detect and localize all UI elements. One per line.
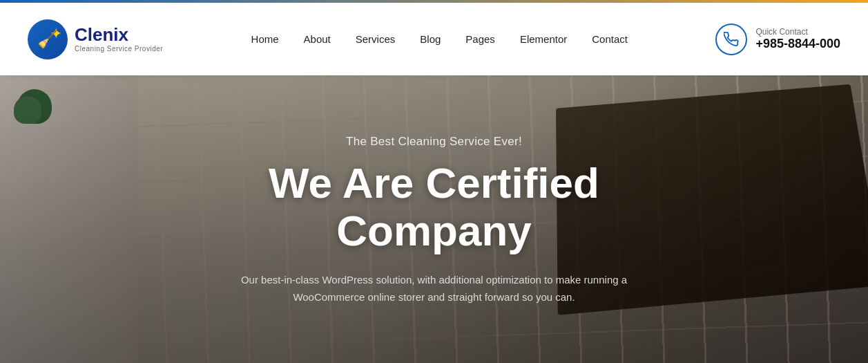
- logo-tagline: Cleaning Service Provider: [75, 45, 163, 53]
- logo-name: Clenix: [75, 26, 163, 44]
- hero-subtitle: The Best Cleaning Service Ever!: [179, 135, 690, 149]
- site-header: 🧹 Clenix Cleaning Service Provider Home …: [0, 3, 868, 75]
- nav-item-elementor[interactable]: Elementor: [520, 33, 567, 45]
- logo-icon: 🧹: [28, 19, 68, 59]
- nav-item-home[interactable]: Home: [251, 33, 279, 45]
- hero-description: Our best-in-class WordPress solution, wi…: [220, 271, 648, 306]
- nav-item-contact[interactable]: Contact: [592, 33, 628, 45]
- hero-section: The Best Cleaning Service Ever! We Are C…: [0, 75, 868, 363]
- nav-item-about[interactable]: About: [304, 33, 331, 45]
- logo-text-block: Clenix Cleaning Service Provider: [75, 26, 163, 53]
- contact-info-block: Quick Contact +985-8844-000: [755, 27, 840, 51]
- nav-item-blog[interactable]: Blog: [420, 33, 441, 45]
- nav-item-pages[interactable]: Pages: [465, 33, 495, 45]
- contact-label: Quick Contact: [755, 27, 840, 37]
- contact-phone: +985-8844-000: [755, 37, 840, 51]
- nav-item-services[interactable]: Services: [356, 33, 396, 45]
- phone-icon: [715, 24, 747, 55]
- hero-title: We Are Certified Company: [179, 160, 690, 254]
- hero-description-line2: WooCommerce online storer and straight f…: [293, 291, 575, 303]
- quick-contact-block: Quick Contact +985-8844-000: [715, 24, 840, 55]
- logo-link[interactable]: 🧹 Clenix Cleaning Service Provider: [28, 19, 163, 59]
- hero-content: The Best Cleaning Service Ever! We Are C…: [165, 135, 704, 306]
- hero-description-line1: Our best-in-class WordPress solution, wi…: [241, 274, 627, 286]
- main-nav: Home About Services Blog Pages Elementor…: [251, 33, 628, 45]
